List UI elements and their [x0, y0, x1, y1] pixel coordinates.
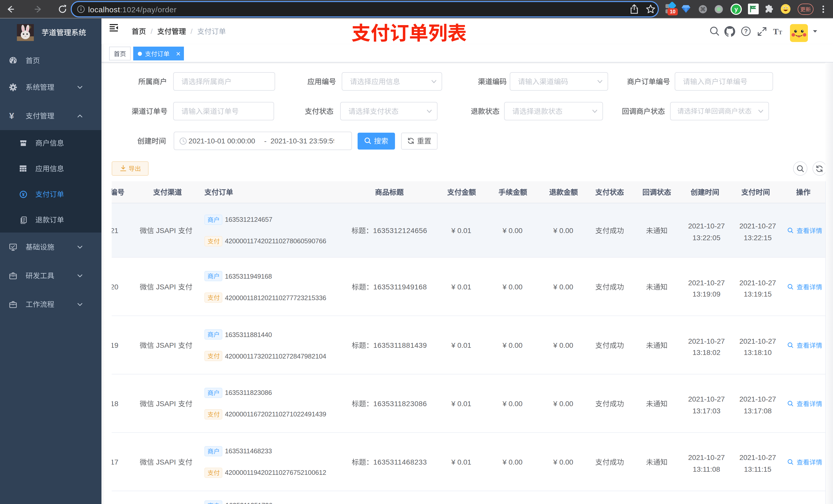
svg-text:T: T: [779, 30, 782, 35]
svg-text:?: ?: [744, 28, 748, 34]
svg-text:T: T: [773, 27, 779, 36]
svg-text:¥: ¥: [22, 192, 25, 197]
